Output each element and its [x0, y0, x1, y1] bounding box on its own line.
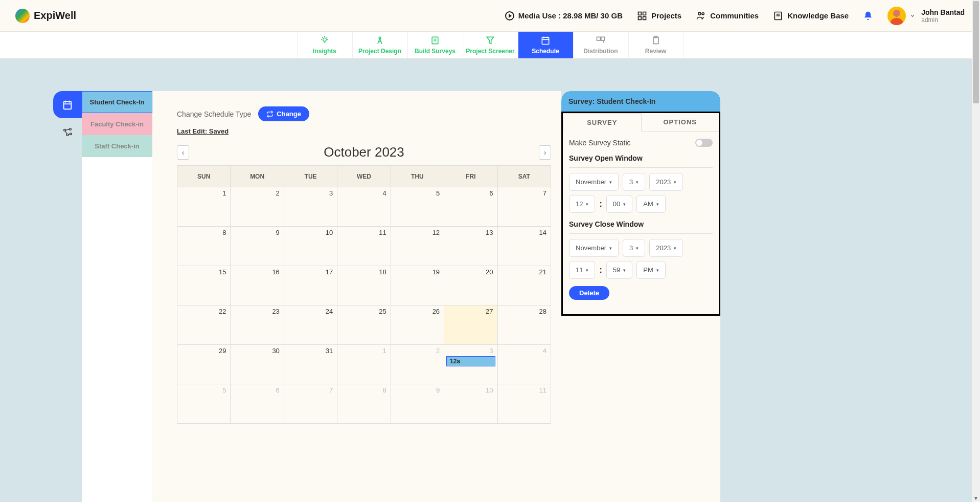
calendar-cell[interactable]: 14 [497, 227, 551, 266]
svg-rect-1 [643, 12, 646, 15]
open-hour-picker[interactable]: 12▾ [569, 195, 595, 213]
tab-project-screener[interactable]: Project Screener [463, 32, 518, 58]
calendar-cell[interactable]: 11 [337, 227, 391, 266]
survey-details-panel: Survey: Student Check-In SURVEY OPTIONS … [561, 91, 720, 502]
tab-schedule[interactable]: Schedule [518, 32, 573, 58]
calendar-cell[interactable]: 13 [444, 227, 497, 266]
calendar-cell[interactable]: 1 [337, 345, 391, 384]
open-ampm-picker[interactable]: AM▾ [636, 195, 666, 213]
calendar-cell[interactable]: 29 [177, 345, 231, 384]
calendar-next-button[interactable]: › [539, 145, 551, 160]
svg-rect-29 [601, 37, 605, 40]
calendar-cell[interactable]: 2 [391, 345, 444, 384]
calendar-cell[interactable]: 7 [497, 187, 551, 227]
calendar-prev-button[interactable]: ‹ [177, 145, 189, 160]
calendar-cell[interactable]: 5 [391, 187, 444, 227]
calendar-cell[interactable]: 15 [177, 266, 231, 305]
calendar-cell[interactable]: 7 [284, 384, 337, 424]
panel-tab-options[interactable]: OPTIONS [642, 113, 719, 132]
open-day-picker[interactable]: 3▾ [623, 173, 645, 191]
calendar-cell[interactable]: 1 [177, 187, 231, 227]
calendar-cell[interactable]: 8 [177, 227, 231, 266]
rail-network-button[interactable] [53, 118, 82, 145]
calendar-cell[interactable]: 10 [444, 384, 497, 424]
svg-point-4 [698, 12, 701, 15]
calendar-cell[interactable]: 6 [444, 187, 497, 227]
time-separator-2: : [599, 266, 602, 275]
svg-rect-24 [542, 37, 549, 44]
calendar-cell[interactable]: 2 [231, 187, 284, 227]
delete-button[interactable]: Delete [569, 286, 609, 300]
change-schedule-label: Change Schedule Type [177, 110, 251, 118]
svg-line-41 [65, 131, 67, 134]
calendar-cell[interactable]: 22 [177, 305, 231, 345]
user-menu[interactable]: John Bantad admin [887, 7, 965, 25]
nav-knowledge-base[interactable]: Knowledge Base [773, 11, 849, 21]
calendar-cell[interactable]: 27 [444, 305, 497, 345]
scrollbar[interactable]: ▼ [972, 0, 980, 502]
calendar-cell[interactable]: 21 [497, 266, 551, 305]
calendar-day-header: TUE [284, 166, 337, 187]
calendar-cell[interactable]: 23 [231, 305, 284, 345]
close-hour-picker[interactable]: 11▾ [569, 261, 595, 279]
calendar-cell[interactable]: 9 [231, 227, 284, 266]
rail-calendar-button[interactable] [53, 91, 82, 118]
calendar-cell[interactable]: 18 [337, 266, 391, 305]
calendar-cell[interactable]: 5 [177, 384, 231, 424]
calendar-cell[interactable]: 8 [337, 384, 391, 424]
close-day-picker[interactable]: 3▾ [623, 239, 645, 257]
notifications-button[interactable] [863, 11, 873, 21]
calendar-cell[interactable]: 10 [284, 227, 337, 266]
panel-tab-survey[interactable]: SURVEY [563, 113, 642, 132]
calendar-cell[interactable]: 28 [497, 305, 551, 345]
survey-item-faculty[interactable]: Faculty Check-in [82, 113, 152, 135]
calendar-cell[interactable]: 312a [444, 345, 497, 384]
tab-insights[interactable]: Insights [297, 32, 352, 58]
logo[interactable]: ExpiWell [15, 9, 76, 23]
tab-build-surveys[interactable]: Build Surveys [407, 32, 463, 58]
calendar-cell[interactable]: 16 [231, 266, 284, 305]
tab-project-design[interactable]: Project Design [352, 32, 407, 58]
calendar-cell[interactable]: 31 [284, 345, 337, 384]
calendar-cell[interactable]: 4 [337, 187, 391, 227]
calendar-cell[interactable]: 30 [231, 345, 284, 384]
close-min-picker[interactable]: 59▾ [606, 261, 632, 279]
calendar-cell[interactable]: 17 [284, 266, 337, 305]
svg-point-9 [323, 38, 327, 41]
user-role: admin [921, 16, 965, 24]
calendar-panel: Change Schedule Type Change Last Edit: S… [152, 91, 561, 502]
calendar-event[interactable]: 12a [446, 356, 495, 366]
calendar-cell[interactable]: 25 [337, 305, 391, 345]
scrollbar-thumb[interactable] [973, 1, 979, 103]
calendar-cell[interactable]: 20 [444, 266, 497, 305]
last-edit-status[interactable]: Last Edit: Saved [177, 127, 551, 135]
calendar-cell[interactable]: 4 [497, 345, 551, 384]
nav-projects[interactable]: Projects [637, 11, 681, 21]
make-static-toggle[interactable] [695, 139, 713, 147]
survey-item-staff[interactable]: Staff Check-in [82, 135, 152, 157]
tab-review[interactable]: Review [628, 32, 683, 58]
survey-item-student[interactable]: Student Check-In [82, 91, 152, 113]
open-month-picker[interactable]: November▾ [569, 173, 619, 191]
logo-icon [15, 9, 30, 23]
scrollbar-down-button[interactable]: ▼ [972, 494, 980, 502]
nav-communities[interactable]: Communities [696, 11, 759, 21]
change-button-label: Change [277, 110, 301, 118]
calendar-cell[interactable]: 6 [231, 384, 284, 424]
open-min-picker[interactable]: 00▾ [606, 195, 632, 213]
calendar-cell[interactable]: 19 [391, 266, 444, 305]
close-ampm-picker[interactable]: PM▾ [636, 261, 666, 279]
tab-distribution[interactable]: Distribution [573, 32, 628, 58]
tab-review-label: Review [645, 48, 666, 55]
change-button[interactable]: Change [258, 106, 309, 121]
calendar-cell[interactable]: 24 [284, 305, 337, 345]
calendar-cell[interactable]: 26 [391, 305, 444, 345]
open-year-picker[interactable]: 2023▾ [649, 173, 683, 191]
media-use[interactable]: Media Use : 28.98 MB/ 30 GB [505, 11, 623, 20]
calendar-cell[interactable]: 11 [497, 384, 551, 424]
calendar-cell[interactable]: 9 [391, 384, 444, 424]
close-month-picker[interactable]: November▾ [569, 239, 619, 257]
calendar-cell[interactable]: 12 [391, 227, 444, 266]
close-year-picker[interactable]: 2023▾ [649, 239, 683, 257]
calendar-cell[interactable]: 3 [284, 187, 337, 227]
